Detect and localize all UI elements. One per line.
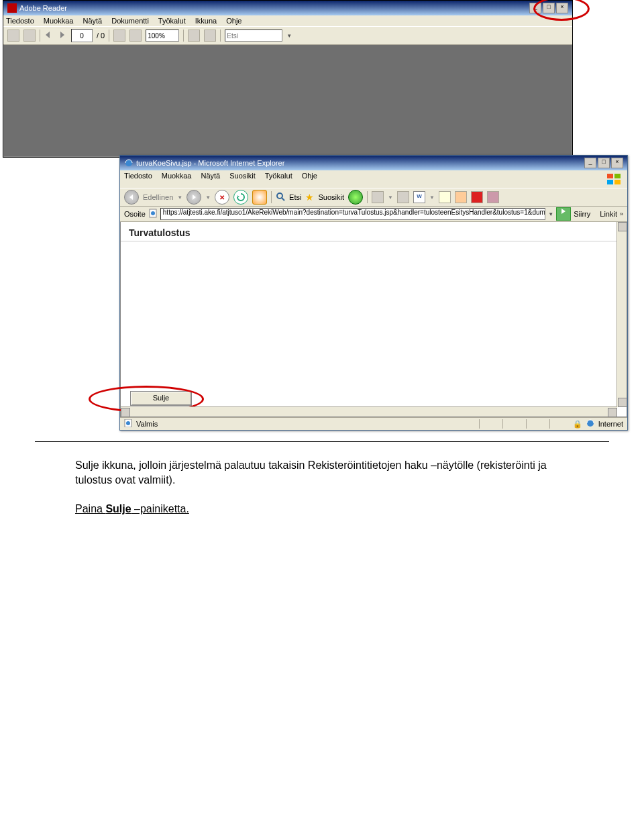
zone-label: Internet (598, 420, 623, 428)
menu-item[interactable]: Suosikit (229, 172, 256, 186)
ie-status-bar: Valmis 🔒 Internet (120, 417, 627, 430)
minimize-button[interactable]: _ (529, 3, 541, 13)
ie-title-text: turvaKoeSivu.jsp - Microsoft Internet Ex… (136, 159, 284, 167)
ie-page-icon (124, 419, 132, 429)
status-cell (549, 419, 569, 429)
svg-point-5 (277, 193, 282, 199)
svg-rect-2 (614, 174, 621, 178)
tool-icon[interactable] (439, 191, 451, 203)
menu-item[interactable]: Työkalut (265, 172, 292, 186)
zone-icon (586, 419, 594, 429)
address-label: Osoite (124, 210, 146, 218)
next-page-icon[interactable] (58, 31, 67, 40)
instruction-line: Paina Sulje –painiketta. (75, 502, 569, 516)
media-button[interactable] (348, 190, 363, 205)
ie-window: turvaKoeSivu.jsp - Microsoft Internet Ex… (119, 155, 628, 431)
home-button[interactable] (252, 190, 267, 205)
menu-item[interactable]: Muokkaa (162, 172, 192, 186)
search-icon[interactable] (276, 192, 285, 203)
menu-item[interactable]: Näytä (83, 17, 102, 25)
reader-toolbar: / 0 ▼ (3, 26, 572, 45)
maximize-button[interactable]: □ (598, 158, 610, 168)
maximize-button[interactable]: □ (543, 3, 555, 13)
horizontal-scrollbar[interactable] (121, 406, 617, 417)
menu-item[interactable]: Ohje (226, 17, 241, 25)
ie-toolbar: Edellinen ▼ ▼ ✕ Etsi ★ Suosikit ▼ W (120, 188, 627, 207)
mail-icon[interactable] (372, 191, 384, 203)
dropdown-icon[interactable]: ▼ (388, 195, 393, 201)
document-page: Adobe Reader _ □ × Tiedosto Muokkaa Näyt… (0, 0, 644, 805)
save-icon[interactable] (7, 30, 19, 42)
refresh-button[interactable] (233, 190, 248, 205)
reader-menu-bar: Tiedosto Muokkaa Näytä Dokumentti Työkal… (3, 15, 572, 26)
dropdown-icon[interactable]: ▼ (286, 33, 292, 39)
menu-item[interactable]: Dokumentti (111, 17, 149, 25)
reader-search-input[interactable] (225, 30, 282, 42)
reader-content-area (3, 45, 572, 157)
dropdown-icon[interactable]: ▼ (205, 195, 211, 201)
print-icon[interactable] (397, 191, 409, 203)
go-button[interactable] (556, 207, 571, 221)
edit-word-icon[interactable]: W (413, 191, 425, 203)
dropdown-icon[interactable]: ▼ (429, 195, 435, 201)
zoom-in-icon[interactable] (129, 30, 142, 42)
ie-menu-bar: Tiedosto Muokkaa Näytä Suosikit Työkalut… (120, 170, 627, 188)
go-label: Siirry (574, 210, 590, 218)
back-label: Edellinen (143, 193, 173, 201)
instr-pre: Paina (75, 503, 105, 514)
sulje-button[interactable]: Sulje (130, 391, 192, 406)
svg-line-6 (282, 198, 284, 201)
tool-icon[interactable] (455, 191, 467, 203)
print-icon[interactable] (23, 30, 36, 42)
status-cell (502, 419, 522, 429)
stop-button[interactable]: ✕ (215, 190, 229, 205)
page-number-input[interactable] (71, 29, 93, 42)
zoom-out-icon[interactable] (113, 30, 125, 42)
paragraph: Sulje ikkuna, jolloin järjestelmä palaut… (75, 458, 569, 487)
ie-page-icon (124, 158, 133, 168)
menu-item[interactable]: Ikkuna (195, 17, 217, 25)
dropdown-icon[interactable]: ▼ (177, 195, 182, 201)
status-cell (526, 419, 545, 429)
menu-item[interactable]: Muokkaa (44, 17, 74, 25)
tool-icon[interactable] (188, 30, 200, 42)
zoom-input[interactable] (146, 30, 179, 42)
reader-title-bar: Adobe Reader _ □ × (3, 1, 572, 15)
tool-icon[interactable] (471, 191, 483, 203)
reader-window-controls: _ □ × (529, 3, 568, 13)
svg-rect-3 (607, 180, 613, 184)
menu-item[interactable]: Ohje (302, 172, 317, 186)
close-button[interactable]: × (556, 3, 568, 13)
page-icon (148, 209, 158, 219)
ie-content-area: Turvatulostus Sulje (120, 222, 627, 417)
page-total: / 0 (97, 32, 105, 40)
tool-icon[interactable] (204, 30, 216, 42)
lock-icon: 🔒 (573, 420, 582, 429)
minimize-button[interactable]: _ (584, 158, 596, 168)
links-label[interactable]: Linkit (600, 210, 617, 218)
menu-item[interactable]: Näytä (201, 172, 220, 186)
instr-post: –painiketta. (131, 503, 189, 514)
vertical-scrollbar[interactable] (616, 222, 627, 407)
favorites-label[interactable]: Suosikit (318, 193, 344, 201)
address-input[interactable]: https://atjtesti.ake.fi/atjtuso1/AkeReki… (160, 208, 546, 220)
close-button[interactable]: × (611, 158, 623, 168)
windows-logo-icon (604, 172, 623, 186)
page-heading: Turvatulostus (121, 222, 627, 241)
prev-page-icon[interactable] (44, 31, 54, 40)
adobe-reader-window: Adobe Reader _ □ × Tiedosto Muokkaa Näyt… (3, 0, 573, 158)
adobe-icon (7, 3, 17, 13)
forward-button[interactable] (186, 190, 201, 205)
status-cell (479, 419, 498, 429)
status-text: Valmis (136, 420, 158, 428)
dropdown-icon[interactable]: ▼ (548, 211, 553, 217)
menu-item[interactable]: Työkalut (158, 17, 186, 25)
tool-icon[interactable] (487, 191, 499, 203)
menu-item[interactable]: Tiedosto (6, 17, 34, 25)
favorites-icon[interactable]: ★ (305, 192, 314, 203)
search-label[interactable]: Etsi (289, 193, 301, 201)
menu-item[interactable]: Tiedosto (124, 172, 152, 186)
back-button[interactable] (124, 190, 139, 205)
chevron-icon[interactable]: » (620, 211, 623, 217)
svg-point-8 (151, 211, 155, 215)
